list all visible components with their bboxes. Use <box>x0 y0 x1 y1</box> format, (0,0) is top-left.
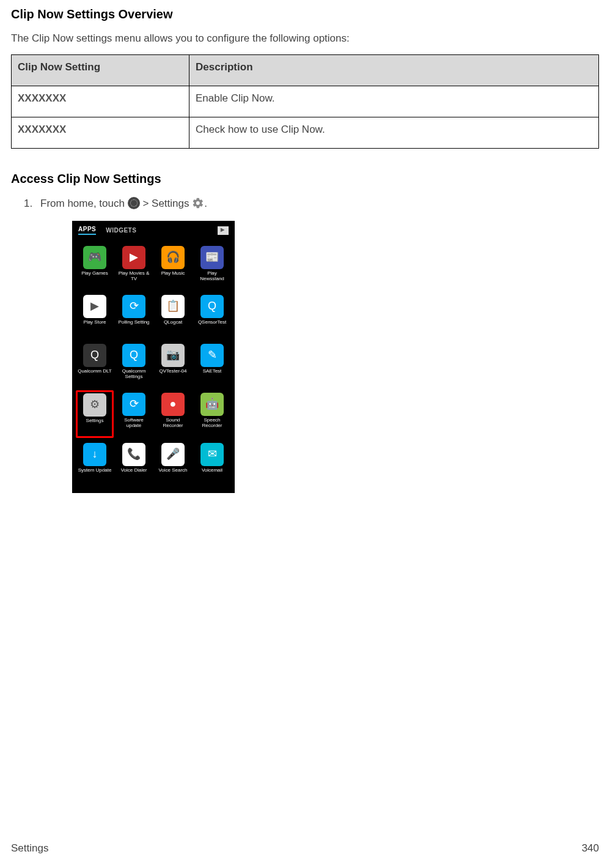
app-label: Voice Dialer <box>121 468 147 473</box>
app-glyph-icon: ⚙ <box>83 393 106 417</box>
app-label: Play Games <box>81 271 108 276</box>
app-glyph-icon: Q <box>200 295 224 318</box>
app-icon: ↓System Update <box>76 440 114 487</box>
app-glyph-icon: Q <box>83 344 106 367</box>
app-label: QVTester-04 <box>160 369 187 374</box>
app-icon: 🎮Play Games <box>76 243 114 290</box>
app-label: Settings <box>86 418 104 424</box>
step-1: From home, touch > Settings . <box>35 197 599 210</box>
app-icon: QQualcomm DLT <box>76 341 114 388</box>
app-glyph-icon: ▶ <box>83 295 106 318</box>
app-icon: 🎧Play Music <box>154 243 192 290</box>
phone-tabs: APPS WIDGETS <box>73 222 233 240</box>
app-label: Voice Search <box>158 468 187 473</box>
app-icon: 📰Play Newsstand <box>193 243 231 290</box>
app-icon: ✎SAETest <box>193 341 231 388</box>
app-icon: ⟳Software update <box>115 390 153 438</box>
table-row: XXXXXXX Enable Clip Now. <box>12 86 599 117</box>
gear-icon <box>192 197 204 209</box>
app-label: System Update <box>78 468 112 473</box>
app-glyph-icon: ● <box>161 393 185 416</box>
app-label: Play Movies & TV <box>117 271 151 282</box>
app-label: Speech Recorder <box>195 418 229 429</box>
app-label: Voicemail <box>202 468 222 473</box>
app-glyph-icon: 🎧 <box>161 246 185 269</box>
app-glyph-icon: ✉ <box>200 443 224 466</box>
app-icon: ▶Play Store <box>76 292 114 339</box>
app-label: QSensorTest <box>198 320 226 325</box>
shop-icon <box>218 226 229 235</box>
app-glyph-icon: 📋 <box>161 295 185 318</box>
app-icon: 🤖Speech Recorder <box>193 390 231 438</box>
cell-setting: XXXXXXX <box>12 86 189 117</box>
tab-apps: APPS <box>78 226 96 235</box>
step1-prefix: From home, touch <box>40 198 128 209</box>
app-label: Qualcomm DLT <box>78 369 111 374</box>
app-icon: ✉Voicemail <box>193 440 231 487</box>
phone-screenshot: APPS WIDGETS 🎮Play Games▶Play Movies & T… <box>72 221 235 493</box>
app-glyph-icon: ✎ <box>200 344 224 367</box>
table-row: XXXXXXX Check how to use Clip Now. <box>12 117 599 149</box>
app-glyph-icon: ⟳ <box>122 295 145 318</box>
app-label: Sound Recorder <box>156 418 190 429</box>
app-icon: ⟳Polling Setting <box>115 292 153 339</box>
app-icon: 📋QLogcat <box>154 292 192 339</box>
app-label: Play Newsstand <box>195 271 229 282</box>
app-glyph-icon: 🎤 <box>161 443 185 466</box>
app-icon: 📞Voice Dialer <box>115 440 153 487</box>
app-label: Play Store <box>84 320 106 325</box>
app-glyph-icon: Q <box>122 344 145 367</box>
app-glyph-icon: 🤖 <box>200 393 224 416</box>
app-glyph-icon: ▶ <box>122 246 145 269</box>
page-footer: Settings 340 <box>11 842 599 855</box>
app-label: Polling Setting <box>118 320 149 325</box>
app-glyph-icon: 🎮 <box>83 246 106 269</box>
tab-widgets: WIDGETS <box>106 227 136 234</box>
app-label: SAETest <box>203 369 222 374</box>
app-icon: ●Sound Recorder <box>154 390 192 438</box>
intro-text: The Clip Now settings menu allows you to… <box>11 32 599 45</box>
step1-suffix: . <box>204 198 207 209</box>
app-grid: 🎮Play Games▶Play Movies & TV🎧Play Music📰… <box>73 240 233 492</box>
settings-table: Clip Now Setting Description XXXXXXX Ena… <box>11 54 599 149</box>
app-label: Software update <box>117 418 151 429</box>
app-label: QLogcat <box>164 320 182 325</box>
app-glyph-icon: 📞 <box>122 443 145 466</box>
app-icon: ▶Play Movies & TV <box>115 243 153 290</box>
th-setting: Clip Now Setting <box>12 55 189 86</box>
steps-list: From home, touch > Settings . <box>35 197 599 210</box>
cell-description: Check how to use Clip Now. <box>189 117 599 149</box>
heading-access: Access Clip Now Settings <box>11 172 599 186</box>
apps-icon <box>128 197 140 209</box>
footer-section: Settings <box>11 842 48 855</box>
step1-mid: > Settings <box>140 198 193 209</box>
th-description: Description <box>189 55 599 86</box>
cell-description: Enable Clip Now. <box>189 86 599 117</box>
app-label: Play Music <box>161 271 185 276</box>
app-icon: 🎤Voice Search <box>154 440 192 487</box>
app-glyph-icon: 📷 <box>161 344 185 367</box>
app-icon: QQualcomm Settings <box>115 341 153 388</box>
cell-setting: XXXXXXX <box>12 117 189 149</box>
app-glyph-icon: ⟳ <box>122 393 145 416</box>
app-label: Qualcomm Settings <box>117 369 151 380</box>
footer-page-number: 340 <box>582 842 599 855</box>
app-icon: 📷QVTester-04 <box>154 341 192 388</box>
app-icon: QQSensorTest <box>193 292 231 339</box>
app-glyph-icon: 📰 <box>200 246 224 269</box>
app-glyph-icon: ↓ <box>83 443 106 466</box>
heading-overview: Clip Now Settings Overview <box>11 7 599 21</box>
app-icon: ⚙Settings <box>76 390 114 438</box>
